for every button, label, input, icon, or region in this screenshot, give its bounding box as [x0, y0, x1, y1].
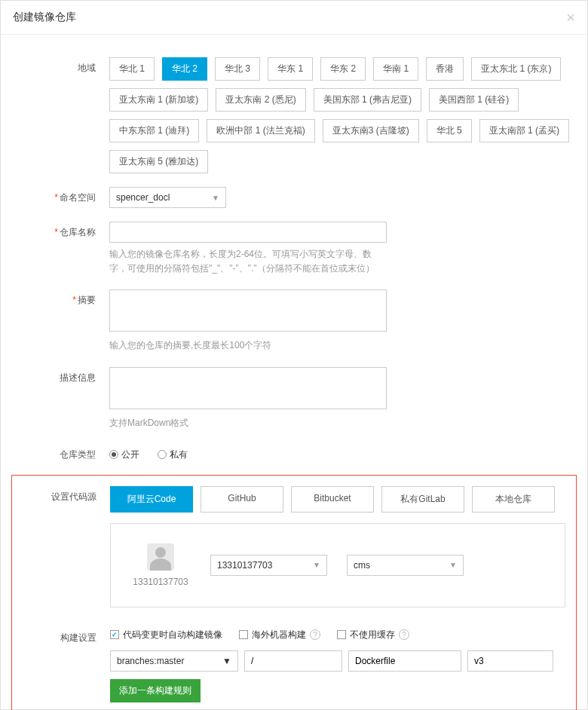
- code-project-value: 13310137703: [217, 560, 272, 571]
- region-option[interactable]: 华东 2: [320, 57, 366, 81]
- repo-type-label: 仓库类型: [11, 444, 109, 461]
- radio-icon: [158, 450, 167, 459]
- checkbox-icon: [239, 630, 248, 639]
- code-repo-select[interactable]: cms ▼: [347, 555, 464, 576]
- region-option[interactable]: 亚太东南3 (吉隆坡): [323, 119, 419, 142]
- help-icon[interactable]: ?: [310, 629, 320, 640]
- code-source-label: 设置代码源: [12, 486, 110, 503]
- code-source-tab[interactable]: 私有GitLab: [381, 486, 464, 513]
- namespace-label: 命名空间: [11, 187, 109, 204]
- region-option[interactable]: 香港: [426, 57, 464, 81]
- checkbox-icon: [337, 630, 346, 639]
- region-option[interactable]: 亚太南部 1 (孟买): [479, 119, 569, 142]
- region-option[interactable]: 亚太东南 5 (雅加达): [109, 150, 208, 173]
- overseas-checkbox[interactable]: 海外机器构建 ?: [239, 629, 320, 641]
- repo-name-label: 仓库名称: [11, 222, 109, 239]
- description-help: 支持MarkDown格式: [109, 416, 387, 430]
- code-source-tab[interactable]: Bitbucket: [291, 486, 374, 513]
- radio-icon: [109, 450, 118, 459]
- region-option[interactable]: 华北 3: [215, 57, 260, 81]
- region-option[interactable]: 中东东部 1 (迪拜): [109, 119, 199, 142]
- region-option[interactable]: 亚太东北 1 (东京): [471, 57, 561, 81]
- add-rule-button[interactable]: 添加一条构建规则: [110, 679, 201, 702]
- description-input[interactable]: [109, 367, 387, 409]
- repo-type-public[interactable]: 公开: [109, 448, 139, 461]
- region-option[interactable]: 华北 2: [162, 57, 207, 81]
- nocache-label: 不使用缓存: [350, 629, 395, 641]
- chevron-down-icon: ▼: [222, 656, 231, 666]
- region-label: 地域: [11, 57, 109, 75]
- auto-build-checkbox[interactable]: 代码变更时自动构建镜像: [110, 629, 222, 641]
- chevron-down-icon: ▼: [212, 194, 219, 202]
- modal-title: 创建镜像仓库: [13, 11, 76, 24]
- avatar-icon: [147, 543, 174, 571]
- checkbox-icon: [110, 630, 119, 639]
- summary-label: 摘要: [11, 289, 109, 307]
- region-option[interactable]: 亚太东南 2 (悉尼): [216, 88, 305, 112]
- region-option[interactable]: 亚太东南 1 (新加坡): [109, 88, 208, 112]
- region-option[interactable]: 华北 5: [427, 119, 472, 142]
- nocache-checkbox[interactable]: 不使用缓存 ?: [337, 629, 409, 641]
- repo-type-private-label: 私有: [170, 448, 188, 461]
- auto-build-label: 代码变更时自动构建镜像: [123, 629, 222, 641]
- region-option[interactable]: 华东 1: [268, 57, 313, 81]
- code-project-select[interactable]: 13310137703 ▼: [210, 555, 327, 576]
- repo-name-input[interactable]: [109, 222, 387, 243]
- build-settings-label: 构建设置: [12, 627, 110, 644]
- summary-input[interactable]: [109, 289, 387, 332]
- region-option[interactable]: 华北 1: [109, 57, 155, 81]
- namespace-value: spencer_docl: [116, 192, 170, 203]
- region-option[interactable]: 欧洲中部 1 (法兰克福): [207, 119, 314, 142]
- code-source-tab[interactable]: 本地仓库: [472, 486, 555, 513]
- repo-name-help: 输入您的镜像仓库名称，长度为2-64位。可填写小写英文字母、数字，可使用的分隔符…: [109, 247, 387, 276]
- code-source-tab[interactable]: 阿里云Code: [110, 486, 193, 513]
- help-icon[interactable]: ?: [399, 629, 409, 640]
- close-icon[interactable]: ×: [566, 10, 575, 25]
- code-source-tab[interactable]: GitHub: [201, 486, 283, 513]
- branch-value: branches:master: [117, 656, 184, 666]
- build-path-input[interactable]: [244, 650, 342, 672]
- chevron-down-icon: ▼: [449, 561, 457, 569]
- description-label: 描述信息: [11, 367, 109, 384]
- namespace-select[interactable]: spencer_docl ▼: [109, 187, 226, 208]
- repo-type-public-label: 公开: [121, 448, 139, 461]
- dockerfile-input[interactable]: [348, 650, 461, 672]
- overseas-label: 海外机器构建: [252, 629, 306, 641]
- region-option[interactable]: 华南 1: [373, 57, 418, 81]
- summary-help: 输入您的仓库的摘要,长度最长100个字符: [109, 338, 387, 353]
- code-user: 13310137703: [130, 577, 191, 587]
- branch-select[interactable]: branches:master ▼: [110, 650, 238, 672]
- repo-type-private[interactable]: 私有: [158, 448, 188, 461]
- code-repo-value: cms: [354, 560, 370, 571]
- region-option[interactable]: 美国西部 1 (硅谷): [429, 88, 519, 112]
- region-option[interactable]: 美国东部 1 (弗吉尼亚): [314, 88, 421, 112]
- tag-input[interactable]: [467, 650, 553, 672]
- chevron-down-icon: ▼: [313, 561, 320, 569]
